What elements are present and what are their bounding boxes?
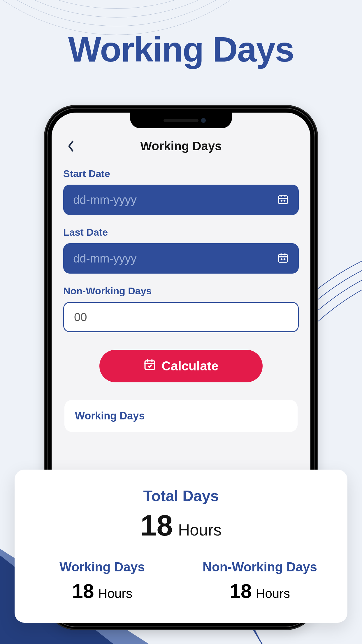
results-overlay-card: Total Days 18Hours Working Days 18Hours … [15, 470, 347, 623]
total-days-label: Total Days [29, 487, 333, 505]
nonworking-days-input[interactable]: 00 [63, 302, 299, 332]
start-date-placeholder: dd-mm-yyyy [73, 193, 137, 206]
svg-point-5 [284, 200, 285, 201]
page-title: Working Days [0, 29, 362, 69]
working-days-label: Working Days [29, 560, 175, 574]
nonworking-days-label: Non-Working Days [187, 560, 333, 574]
back-button[interactable] [65, 140, 77, 152]
svg-point-10 [281, 259, 282, 260]
svg-point-11 [284, 259, 285, 260]
nonworking-days-value: 18Hours [187, 580, 333, 602]
svg-rect-0 [279, 196, 287, 204]
last-date-input[interactable]: dd-mm-yyyy [63, 243, 299, 274]
working-days-block: Working Days 18Hours [29, 560, 175, 602]
chevron-left-icon [67, 140, 75, 152]
total-days-value: 18Hours [29, 509, 333, 542]
start-date-input[interactable]: dd-mm-yyyy [63, 185, 299, 215]
result-card: Working Days [64, 400, 298, 432]
calendar-icon [277, 252, 289, 265]
working-days-value: 18Hours [29, 580, 175, 602]
app-title: Working Days [140, 139, 222, 153]
result-section-title: Working Days [75, 410, 287, 422]
calculate-button[interactable]: Calculate [99, 350, 263, 382]
last-date-label: Last Date [63, 227, 299, 238]
nonworking-days-block: Non-Working Days 18Hours [187, 560, 333, 602]
nonworking-days-value: 00 [74, 311, 87, 324]
nonworking-days-label: Non-Working Days [63, 285, 299, 297]
calendar-check-icon [143, 358, 156, 374]
phone-notch [130, 113, 232, 128]
calculate-button-label: Calculate [161, 359, 219, 373]
svg-point-4 [281, 200, 282, 201]
app-header: Working Days [63, 136, 299, 156]
svg-rect-12 [145, 361, 155, 369]
svg-rect-6 [279, 254, 287, 262]
start-date-label: Start Date [63, 168, 299, 179]
last-date-placeholder: dd-mm-yyyy [73, 252, 137, 265]
calendar-icon [277, 193, 289, 206]
